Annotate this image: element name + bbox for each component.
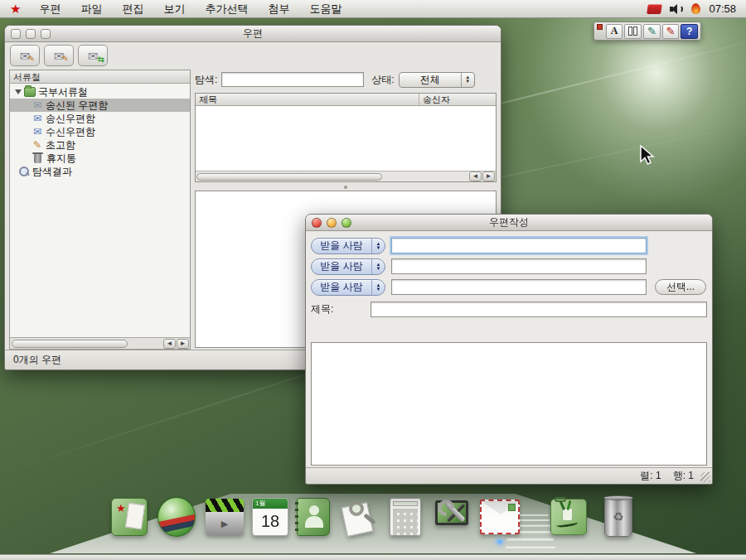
subject-label: 제목: [311, 302, 333, 316]
row-position: 행: 1 [673, 469, 694, 483]
speaker-volume-icon[interactable] [670, 3, 683, 15]
menu-attach[interactable]: 첨부 [258, 0, 299, 17]
recipient-input-1[interactable] [391, 238, 647, 253]
dock-icon-trash[interactable]: ♻ [598, 495, 639, 538]
columns-layout-icon[interactable] [624, 24, 642, 39]
dock-icon-mail[interactable] [479, 495, 521, 538]
flame-status-icon[interactable] [691, 3, 701, 15]
message-table-header: 제목 송신자 [196, 94, 496, 106]
system-tray: 07:58 [647, 2, 736, 15]
recipient-type-combo[interactable]: 받을 사람 ▲▼ [311, 258, 385, 275]
minimize-button[interactable] [327, 218, 337, 228]
close-button[interactable] [312, 218, 322, 228]
sidebar-horizontal-scrollbar[interactable]: ◄ ► [10, 337, 190, 349]
dock-icon-address-book[interactable] [293, 495, 334, 538]
menu-view[interactable]: 보기 [153, 0, 195, 17]
compose-window: 우편작성 받을 사람 ▲▼ 받을 사람 ▲▼ [305, 214, 713, 485]
search-row: 탐색: 상태: 전체 ▲▼ [195, 70, 497, 89]
tree-item-local-folders[interactable]: 국부서류철 [10, 85, 190, 99]
tree-item-label: 수신우편함 [46, 125, 95, 139]
dock-icon-media-player[interactable]: ▶ [204, 495, 245, 538]
send-receive-button[interactable]: ✉⇆ [78, 45, 108, 66]
scroll-right-icon[interactable]: ► [177, 339, 189, 349]
text-format-icon[interactable]: A [606, 24, 623, 39]
ink-pen-icon[interactable]: ✎ [643, 24, 661, 39]
red-star-logo-icon[interactable]: ★ [10, 1, 21, 17]
maximize-button[interactable] [342, 218, 351, 228]
dock-icon-desktop-search[interactable] [338, 495, 380, 538]
stepper-arrows-icon[interactable]: ▲▼ [371, 280, 385, 295]
menu-mail[interactable]: 우편 [29, 0, 70, 17]
tree-item-outbox[interactable]: ✉ 송신우편함 [10, 112, 190, 125]
search-input[interactable] [221, 72, 364, 87]
menu-edit[interactable]: 편집 [112, 0, 153, 17]
tree-item-inbox[interactable]: ✉ 수신우편함 [10, 125, 190, 138]
message-table: 제목 송신자 ◄ ► [195, 93, 497, 182]
tree-item-search-results[interactable]: 탐색결과 [10, 165, 190, 178]
close-button[interactable] [11, 29, 21, 39]
signature-pen-icon[interactable]: ✎ [662, 24, 680, 39]
mail-window-title: 우편 [5, 27, 501, 41]
outbox-icon: ✉ [31, 113, 43, 123]
sync-arrows-icon: ⇆ [98, 55, 104, 64]
stepper-arrows-icon[interactable]: ▲▼ [371, 259, 385, 274]
recipient-type-combo[interactable]: 받을 사람 ▲▼ [311, 238, 385, 254]
flag-icon[interactable] [647, 4, 663, 14]
expander-icon[interactable] [15, 89, 22, 94]
stepper-arrows-icon[interactable]: ▲▼ [371, 239, 385, 253]
recipient-input-2[interactable] [391, 258, 647, 274]
message-list-scrollbar[interactable]: ◄ ► [196, 171, 496, 181]
tree-item-sent-mailbox[interactable]: ✉ 송신된 우편함 [10, 99, 190, 112]
column-sender[interactable]: 송신자 [419, 94, 496, 105]
scroll-right-icon[interactable]: ► [482, 171, 495, 181]
menu-file[interactable]: 파일 [70, 0, 112, 17]
recipient-type-value: 받을 사람 [312, 239, 371, 253]
scrollbar-thumb[interactable] [196, 173, 382, 181]
message-body-textarea[interactable] [311, 342, 707, 466]
tree-item-trash[interactable]: 휴지통 [10, 152, 190, 165]
red-star-icon: ★ [116, 502, 126, 514]
mail-window-titlebar[interactable]: 우편 [5, 26, 501, 42]
pane-splitter[interactable] [195, 184, 497, 191]
dock-icon-package-manager[interactable] [548, 495, 589, 538]
scrollbar-thumb[interactable] [12, 340, 128, 348]
column-subject[interactable]: 제목 [196, 94, 419, 105]
dock-icon-system-tools[interactable] [432, 495, 473, 538]
clock[interactable]: 07:58 [709, 2, 736, 15]
edit-mail-button[interactable]: ✉✎ [44, 45, 74, 66]
dock-icon-calculator[interactable] [385, 495, 426, 538]
compose-statusbar: 렬: 1 행: 1 [306, 467, 712, 484]
select-recipient-button[interactable]: 선택... [655, 279, 706, 295]
dock-icon-file-manager[interactable]: ★ [109, 495, 150, 538]
message-list-empty[interactable] [196, 106, 496, 171]
stepper-arrows-icon[interactable]: ▲▼ [461, 73, 474, 87]
minimize-button[interactable] [26, 29, 36, 39]
dock-icon-calendar[interactable]: 1월 18 [249, 495, 291, 538]
status-filter-combo[interactable]: 전체 ▲▼ [399, 72, 475, 88]
recipient-input-3[interactable] [391, 279, 647, 295]
calendar-day: 18 [253, 509, 288, 533]
recipient-type-combo[interactable]: 받을 사람 ▲▼ [311, 279, 385, 296]
magnifier-icon [18, 167, 30, 176]
maximize-button[interactable] [41, 29, 51, 39]
recipient-type-value: 받을 사람 [312, 280, 371, 294]
menu-help[interactable]: 도움말 [299, 0, 351, 17]
subject-input[interactable] [371, 302, 707, 317]
folder-sidebar: 서류철 국부서류철 ✉ 송신된 우편함 ✉ 송신 [9, 70, 191, 350]
scroll-left-icon[interactable]: ◄ [163, 339, 176, 349]
resize-grip[interactable] [700, 472, 710, 482]
palette-close-icon[interactable] [597, 24, 603, 30]
compose-mail-button[interactable]: ✉✎ [10, 45, 40, 66]
help-icon[interactable]: ? [681, 24, 698, 39]
menu-options[interactable]: 추가선택 [195, 0, 258, 17]
status-filter-label: 상태: [371, 73, 394, 87]
scroll-left-icon[interactable]: ◄ [469, 171, 482, 181]
tree-item-drafts[interactable]: ✎ 초고함 [10, 138, 190, 152]
compose-body: 받을 사람 ▲▼ 받을 사람 ▲▼ 받을 사람 ▲▼ 선택... [306, 231, 712, 467]
dock-icon-web-browser[interactable] [156, 495, 197, 538]
sidebar-header[interactable]: 서류철 [10, 70, 190, 84]
compose-window-titlebar[interactable]: 우편작성 [306, 215, 712, 231]
column-position: 렬: 1 [640, 469, 661, 483]
menu-bar: ★ 우편 파일 편집 보기 추가선택 첨부 도움말 07:58 [0, 0, 746, 18]
tree-item-label: 국부서류철 [38, 85, 88, 99]
